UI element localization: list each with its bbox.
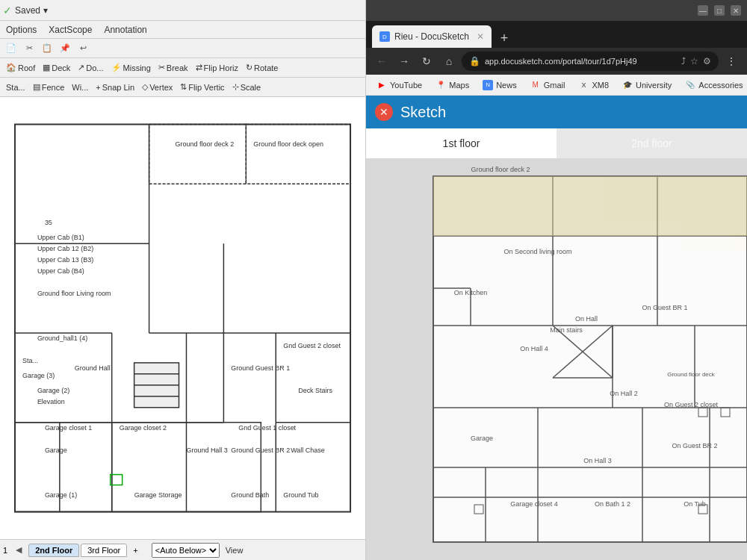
news-icon: N	[483, 80, 493, 90]
svg-text:Sta...: Sta...	[22, 357, 38, 364]
svg-rect-75	[433, 176, 747, 236]
scale-icon: ⊹	[232, 82, 239, 92]
floor-tab-3rd[interactable]: 3rd Floor	[81, 544, 127, 557]
star-icon: ☆	[690, 56, 698, 66]
bookmark-xm8[interactable]: X XM8	[574, 78, 613, 92]
bookmark-university[interactable]: 🎓 University	[618, 78, 676, 92]
icon-toolbar: 📄 ✂ 📋 📌 ↩	[0, 39, 365, 58]
icon-paste[interactable]: 📌	[57, 40, 73, 57]
tab-close-btn[interactable]: ✕	[477, 31, 484, 42]
tool-fence[interactable]: ▤ Fence	[30, 81, 68, 93]
address-bar[interactable]: 🔒 app.docusketch.com/portal/tour/1d7pHj4…	[462, 52, 719, 71]
tool-toolbar-2: Sta... ▤ Fence Wi... + Snap Lin ◇ Vertex…	[0, 78, 365, 97]
back-btn[interactable]: ←	[372, 52, 391, 71]
svg-text:Ground Guest BR 1: Ground Guest BR 1	[231, 364, 290, 372]
menu-annotation[interactable]: Annotation	[98, 23, 152, 37]
svg-text:Deck Stairs: Deck Stairs	[298, 387, 332, 394]
missing-icon: ⚡	[111, 63, 122, 72]
left-panel: ✓ Saved ▾ Options XactScope Annotation 📄…	[0, 0, 366, 560]
rotate-icon: ↻	[246, 63, 252, 72]
tab-title: Rieu - DocuSketch	[394, 31, 469, 42]
minimize-btn[interactable]: —	[698, 5, 708, 16]
bookmark-youtube[interactable]: ▶ YouTube	[372, 78, 427, 92]
tool-break[interactable]: ✂ Break	[155, 62, 191, 73]
close-btn[interactable]: ✕	[731, 5, 741, 16]
tool-snap-lin[interactable]: + Snap Lin	[93, 82, 137, 93]
ds-close-btn[interactable]: ✕	[375, 103, 393, 121]
bookmark-accessories[interactable]: 📎 Accessories	[681, 78, 747, 92]
svg-text:Garage (1): Garage (1)	[45, 491, 77, 499]
ds-app-title: Sketch	[400, 104, 446, 121]
puzzle-icon: ⚙	[703, 56, 711, 66]
top-toolbar: ✓ Saved ▾	[0, 0, 365, 21]
svg-text:Garage: Garage	[45, 447, 67, 454]
ds-tab-2nd-floor[interactable]: 2nd floor	[557, 128, 747, 158]
menu-btn[interactable]: ⋮	[722, 52, 741, 71]
tool-do[interactable]: ↗ Do...	[75, 62, 106, 73]
xm8-icon: X	[578, 80, 589, 90]
refresh-btn[interactable]: ↻	[417, 52, 436, 71]
svg-text:Ground Tub: Ground Tub	[283, 491, 318, 499]
icon-cut[interactable]: ✂	[21, 40, 37, 57]
tool-deck[interactable]: ▦ Deck	[40, 62, 73, 73]
menu-xactscope[interactable]: XactScope	[43, 23, 98, 37]
flip-v-icon: ⇅	[180, 82, 187, 92]
svg-text:Elevation: Elevation	[37, 398, 65, 405]
tool-vertex[interactable]: ◇ Vertex	[139, 81, 176, 93]
flip-h-icon: ⇄	[196, 63, 202, 72]
svg-text:Wall Chase: Wall Chase	[291, 447, 325, 454]
bookmark-gmail[interactable]: M Gmail	[526, 78, 570, 92]
tool-flip-horiz[interactable]: ⇄ Flip Horiz	[193, 62, 241, 73]
ds-tab-1st-floor[interactable]: 1st floor	[366, 128, 557, 158]
bookmarks-bar: ▶ YouTube 📍 Maps N News M Gmail X XM8 🎓 …	[366, 75, 747, 96]
menu-options[interactable]: Options	[0, 23, 43, 37]
tool-scale[interactable]: ⊹ Scale	[229, 81, 264, 93]
ds-header: ✕ Sketch	[366, 96, 747, 128]
icon-copy[interactable]: 📋	[39, 40, 55, 57]
dropdown-arrow: ▾	[43, 5, 48, 16]
view-btn[interactable]: View	[223, 545, 247, 556]
menu-bar: Options XactScope Annotation	[0, 21, 365, 39]
saved-label: Saved	[15, 5, 40, 16]
auto-below-select[interactable]: <Auto Below>	[152, 543, 220, 558]
page-num: 1	[3, 546, 7, 555]
add-floor-btn[interactable]: +	[128, 544, 142, 556]
share-icon: ⤴	[681, 56, 686, 66]
svg-rect-16	[149, 125, 247, 184]
forward-btn[interactable]: →	[394, 52, 414, 71]
deck-icon: ▦	[43, 63, 50, 72]
gmail-icon: M	[530, 80, 541, 90]
university-icon: 🎓	[622, 80, 633, 90]
new-tab-btn[interactable]: +	[495, 28, 514, 48]
tool-wi[interactable]: Wi...	[69, 82, 91, 93]
tool-flip-vert[interactable]: ⇅ Flip Vertic	[177, 81, 227, 93]
snap-icon: +	[96, 83, 100, 92]
maximize-btn[interactable]: □	[714, 5, 725, 16]
svg-text:Upper Cab (B1): Upper Cab (B1)	[37, 234, 84, 241]
tool-missing[interactable]: ⚡ Missing	[108, 62, 154, 73]
tool-roof[interactable]: 🏠 Roof	[3, 62, 38, 73]
svg-text:Garage  (3): Garage (3)	[22, 372, 55, 379]
svg-text:Gnd Guest 1 closet: Gnd Guest 1 closet	[238, 424, 296, 432]
browser-tab-rieu[interactable]: D Rieu - DocuSketch ✕	[372, 25, 492, 48]
youtube-icon: ▶	[376, 80, 387, 90]
bookmark-news[interactable]: N News	[478, 78, 521, 92]
svg-text:Garage closet 1: Garage closet 1	[45, 424, 92, 432]
tool-rotate[interactable]: ↻ Rotate	[243, 62, 281, 73]
tool-sta[interactable]: Sta...	[3, 82, 28, 93]
svg-text:Ground floor Living room: Ground floor Living room	[37, 290, 111, 297]
svg-rect-17	[246, 125, 350, 184]
bookmark-maps[interactable]: 📍 Maps	[431, 78, 474, 92]
svg-text:Ground Hall 3: Ground Hall 3	[186, 447, 227, 454]
tool-toolbar-1: 🏠 Roof ▦ Deck ↗ Do... ⚡ Missing ✂ Break …	[0, 58, 365, 78]
ds-canvas: Ground floor deck 2 On Second living roo…	[366, 158, 747, 560]
floor-tab-2nd[interactable]: 2nd Floor	[28, 544, 79, 557]
svg-text:Garage closet 2: Garage closet 2	[120, 424, 167, 432]
browser-chrome: — □ ✕	[366, 0, 747, 21]
svg-text:Garage Storage: Garage Storage	[134, 491, 182, 499]
icon-new[interactable]: 📄	[3, 40, 19, 57]
prev-floor-btn[interactable]: ◀	[10, 542, 27, 559]
icon-undo[interactable]: ↩	[75, 40, 91, 57]
svg-text:Ground floor deck 2: Ground floor deck 2	[176, 140, 235, 148]
home-btn[interactable]: ⌂	[439, 52, 459, 71]
